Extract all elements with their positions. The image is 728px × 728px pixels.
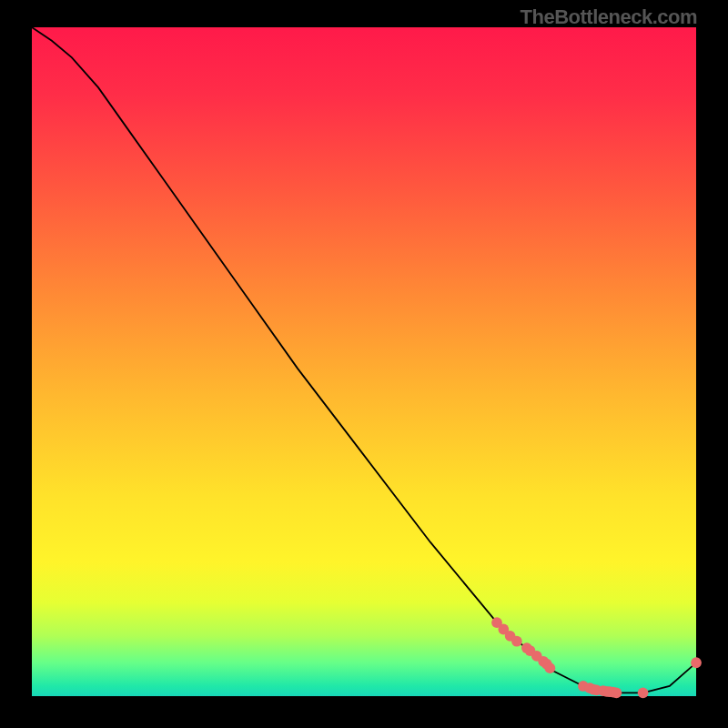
marker-dot [612, 687, 622, 698]
chart-svg [32, 27, 696, 696]
watermark-text: TheBottleneck.com [521, 5, 697, 29]
plot-area [32, 27, 696, 696]
marker-dot [511, 636, 522, 647]
marker-dot [638, 687, 649, 698]
bottleneck-chart: TheBottleneck.com [0, 0, 728, 728]
bottleneck-curve-line [32, 27, 696, 693]
marker-dot [545, 662, 556, 673]
marker-dot [691, 657, 702, 668]
